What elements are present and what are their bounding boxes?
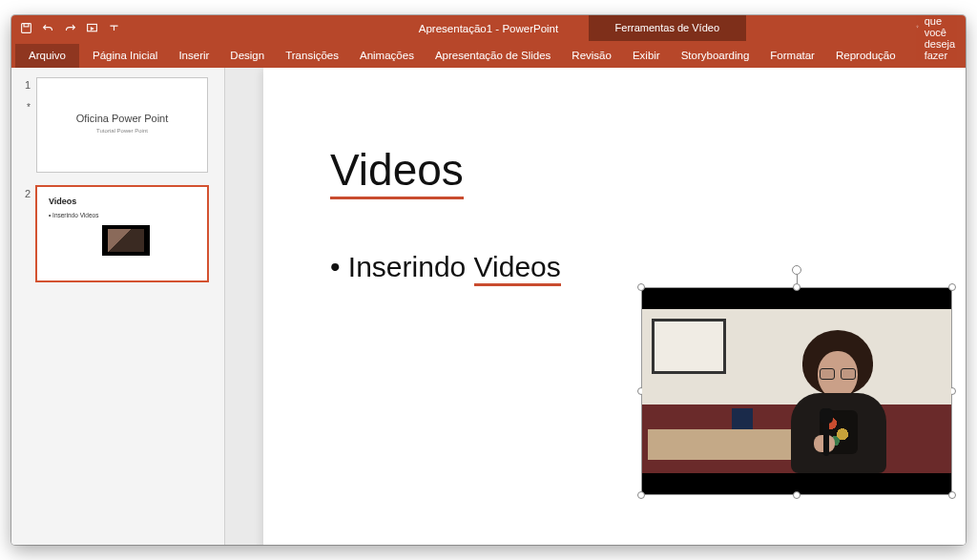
video-frame: [642, 309, 951, 473]
slide-canvas[interactable]: Videos • Inserindo Videos: [263, 68, 966, 545]
contextual-tool-label: Ferramentas de Vídeo: [589, 15, 746, 41]
thumb2-title: Videos: [49, 197, 76, 206]
resize-handle[interactable]: [948, 283, 956, 291]
title-bar: Apresentação1 - PowerPoint Ferramentas d…: [11, 15, 966, 41]
tab-review[interactable]: Revisão: [561, 44, 622, 68]
ribbon: Arquivo Página Inicial Inserir Design Tr…: [11, 41, 966, 68]
thumbnail-row-2: 2 Videos • Inserindo Videos: [19, 186, 217, 281]
document-title: Apresentação1 - PowerPoint: [419, 23, 558, 34]
app-window: Apresentação1 - PowerPoint Ferramentas d…: [11, 15, 966, 545]
quick-access-toolbar: [11, 21, 129, 35]
tab-design[interactable]: Design: [219, 44, 275, 68]
resize-handle[interactable]: [793, 283, 800, 291]
tab-insert[interactable]: Inserir: [168, 44, 219, 68]
bullet-text-part2: Videos: [474, 251, 561, 286]
workspace: 1 * Oficina Power Point Tutorial Power P…: [11, 68, 966, 545]
video-projection-screen: [652, 319, 726, 374]
redo-icon[interactable]: [63, 21, 77, 35]
resize-handle[interactable]: [948, 491, 956, 499]
tab-file[interactable]: Arquivo: [15, 44, 79, 68]
tell-me-label: Diga-me o que você deseja fazer: [925, 15, 964, 61]
tab-slideshow[interactable]: Apresentação de Slides: [425, 44, 561, 68]
slide-title[interactable]: Videos: [330, 144, 464, 199]
start-from-beginning-icon[interactable]: [85, 21, 99, 35]
slide-thumbnail-2[interactable]: Videos • Inserindo Videos: [36, 186, 208, 281]
resize-handle[interactable]: [793, 491, 800, 499]
tab-home[interactable]: Página Inicial: [82, 44, 168, 68]
thumb-animation-star-icon: *: [19, 91, 31, 113]
bullet-text-part1: • Inserindo: [330, 251, 474, 282]
svg-point-3: [916, 26, 918, 28]
thumb1-subtitle: Tutorial Power Point: [37, 128, 207, 134]
video-object[interactable]: [641, 287, 952, 495]
slide-editor[interactable]: Videos • Inserindo Videos: [225, 68, 966, 545]
thumb-number: 1: [19, 77, 31, 91]
svg-rect-0: [22, 24, 31, 33]
tab-format[interactable]: Formatar: [759, 44, 825, 68]
video-desk: [648, 429, 800, 460]
slide-thumbnail-panel[interactable]: 1 * Oficina Power Point Tutorial Power P…: [11, 68, 225, 545]
thumb2-bullet: • Inserindo Videos: [49, 212, 98, 218]
tell-me-search[interactable]: Diga-me o que você deseja fazer: [906, 15, 966, 68]
slide-bullet[interactable]: • Inserindo Videos: [330, 251, 561, 283]
thumb1-title: Oficina Power Point: [37, 113, 207, 124]
resize-handle[interactable]: [637, 283, 645, 291]
lightbulb-icon: [916, 21, 919, 32]
tab-playback[interactable]: Reprodução: [825, 44, 906, 68]
qat-more-icon[interactable]: [107, 21, 121, 35]
save-icon[interactable]: [19, 21, 33, 35]
thumbnail-row-1: 1 * Oficina Power Point Tutorial Power P…: [19, 77, 217, 173]
tab-transitions[interactable]: Transições: [275, 44, 349, 68]
svg-rect-1: [24, 24, 29, 27]
undo-icon[interactable]: [41, 21, 55, 35]
slide-thumbnail-1[interactable]: Oficina Power Point Tutorial Power Point: [36, 77, 208, 173]
resize-handle[interactable]: [637, 491, 645, 499]
thumb2-video-preview: [102, 225, 150, 256]
tab-animations[interactable]: Animações: [349, 44, 425, 68]
tab-storyboarding[interactable]: Storyboarding: [671, 44, 760, 68]
video-person: [781, 330, 896, 473]
thumb-number: 2: [19, 186, 31, 199]
rotate-handle-icon[interactable]: [792, 265, 801, 275]
tab-view[interactable]: Exibir: [622, 44, 671, 68]
